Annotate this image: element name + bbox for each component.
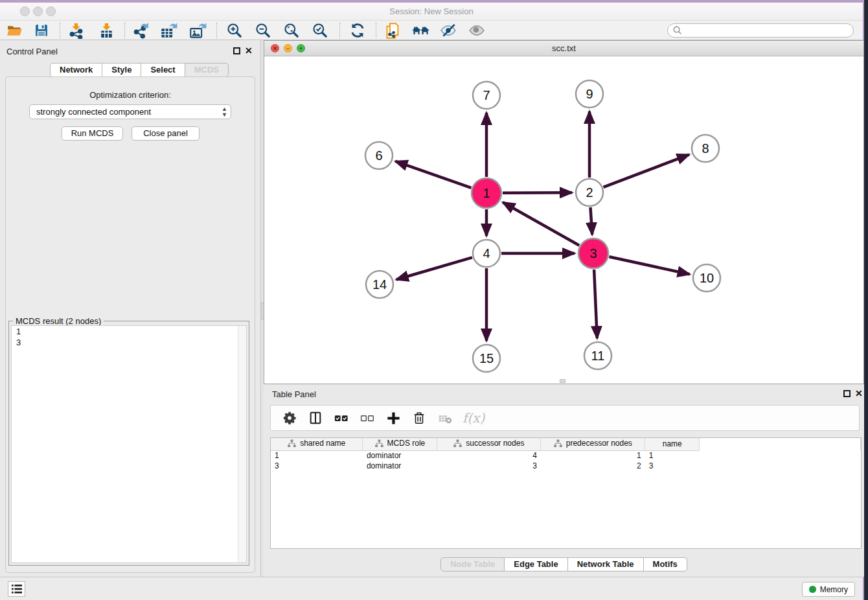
node-9[interactable]: 9 (576, 80, 603, 108)
export-image-button[interactable] (188, 22, 207, 39)
column-header-successor-nodes[interactable]: successor nodes (437, 438, 541, 450)
tab-motifs[interactable]: Motifs (644, 557, 687, 571)
svg-text:4: 4 (483, 246, 490, 260)
table-cell[interactable]: 1 (645, 450, 700, 461)
node-15[interactable]: 15 (473, 345, 500, 372)
table-cell[interactable]: 2 (541, 461, 645, 471)
table-cell[interactable]: 3 (645, 461, 700, 471)
function-builder-button[interactable]: f(x) (463, 410, 485, 426)
network-resize-grip[interactable] (560, 379, 565, 383)
search-field[interactable] (667, 23, 854, 38)
edge-3-11[interactable] (594, 270, 597, 338)
select-stepper-icon: ▲▼ (222, 106, 227, 118)
tab-edge-table[interactable]: Edge Table (505, 557, 567, 571)
network-file-button[interactable] (383, 22, 402, 39)
column-header-predecessor-nodes[interactable]: predecessor nodes (541, 438, 645, 450)
node-7[interactable]: 7 (473, 82, 500, 109)
open-session-button[interactable] (5, 22, 23, 39)
import-network-button[interactable] (67, 22, 85, 39)
node-4[interactable]: 4 (473, 240, 500, 267)
toolbar-separator (339, 23, 340, 38)
table-cell[interactable]: 3 (271, 461, 363, 471)
select-all-button[interactable] (333, 410, 350, 426)
show-all-button[interactable] (412, 22, 430, 39)
import-table-button[interactable] (97, 22, 115, 39)
node-6[interactable]: 6 (365, 142, 393, 169)
edge-4-14[interactable] (396, 257, 472, 279)
result-scrollbar[interactable] (238, 326, 246, 562)
memory-button[interactable]: Memory (802, 582, 855, 597)
tab-node-table[interactable]: Node Table (440, 557, 505, 571)
close-panel-button[interactable]: Close panel (131, 126, 200, 141)
table-panel-tabs: Node TableEdge TableNetwork TableMotifs (264, 557, 864, 571)
zoom-selected-button[interactable] (311, 22, 329, 39)
tab-network[interactable]: Network (50, 63, 102, 77)
table-cell[interactable]: dominator (363, 450, 437, 461)
node-11[interactable]: 11 (584, 342, 611, 369)
status-bar: Memory (0, 577, 863, 600)
column-selector-button[interactable] (307, 410, 324, 426)
search-input[interactable] (683, 26, 853, 35)
table-cell[interactable]: 1 (541, 450, 645, 461)
zoom-out-icon (255, 22, 271, 39)
zoom-fit-button[interactable] (282, 22, 301, 39)
column-header-shared-name[interactable]: shared name (271, 438, 363, 450)
network-canvas[interactable]: 7968124314101511 (264, 56, 863, 384)
table-body: 1dominator4113dominator323 (271, 450, 861, 471)
table-float-icon[interactable] (843, 390, 851, 397)
table-cell[interactable]: 4 (437, 450, 541, 461)
save-session-button[interactable] (32, 22, 51, 39)
edge-2-8[interactable] (604, 155, 689, 187)
node-1[interactable]: 1 (472, 178, 501, 208)
birdseye-view-button[interactable] (468, 22, 486, 39)
criterion-select[interactable]: strongly connected component ▲▼ (29, 104, 231, 119)
deselect-all-icon (360, 411, 375, 425)
attribute-tree-icon (554, 439, 562, 448)
deselect-all-button[interactable] (359, 410, 376, 426)
node-table[interactable]: shared nameMCDS rolesuccessor nodesprede… (270, 437, 862, 549)
table-row[interactable]: 1dominator411 (271, 450, 861, 461)
export-network-button[interactable] (131, 22, 150, 39)
tab-style[interactable]: Style (102, 63, 141, 77)
network-graph[interactable]: 7968124314101511 (264, 56, 863, 384)
node-14[interactable]: 14 (366, 271, 393, 298)
float-panel-icon[interactable] (233, 47, 240, 54)
node-3[interactable]: 3 (578, 238, 608, 268)
node-8[interactable]: 8 (692, 135, 719, 162)
delete-table-button[interactable] (437, 410, 453, 426)
close-panel-icon[interactable]: ✕ (245, 45, 253, 56)
column-header-MCDS-role[interactable]: MCDS role (363, 438, 437, 450)
save-icon (34, 23, 49, 38)
mcds-result-list[interactable]: 13 (11, 325, 247, 563)
delete-table-icon (437, 411, 453, 425)
edge-2-3[interactable] (591, 207, 593, 235)
task-history-button[interactable] (8, 581, 25, 597)
tab-select[interactable]: Select (141, 63, 185, 77)
edge-3-10[interactable] (609, 257, 689, 274)
column-header-name[interactable]: name (645, 438, 700, 450)
edge-3-1[interactable] (503, 202, 579, 246)
apply-layout-button[interactable] (348, 22, 367, 39)
hide-graphics-details-button[interactable] (439, 22, 457, 39)
node-10[interactable]: 10 (693, 264, 720, 292)
node-2[interactable]: 2 (576, 179, 603, 206)
table-close-icon[interactable]: ✕ (855, 388, 863, 398)
tab-network-table[interactable]: Network Table (568, 557, 644, 571)
zoom-in-button[interactable] (225, 22, 244, 39)
run-mcds-button[interactable]: Run MCDS (62, 126, 123, 141)
zoom-out-button[interactable] (254, 22, 272, 39)
edge-1-6[interactable] (396, 161, 472, 188)
add-row-button[interactable] (385, 410, 402, 426)
table-cell[interactable]: 3 (437, 461, 541, 471)
delete-row-button[interactable] (411, 410, 428, 426)
export-table-button[interactable] (159, 22, 177, 39)
table-row[interactable]: 3dominator323 (271, 461, 861, 471)
table-cell[interactable]: dominator (363, 461, 437, 471)
tab-mcds[interactable]: MCDS (185, 63, 229, 77)
table-cell[interactable]: 1 (271, 450, 363, 461)
table-settings-button[interactable] (281, 410, 298, 426)
table-toolbar: f(x) (270, 405, 860, 431)
edge-1-2[interactable] (503, 192, 572, 193)
toolbar-separator (216, 23, 217, 38)
zoom-selected-icon (312, 22, 328, 39)
